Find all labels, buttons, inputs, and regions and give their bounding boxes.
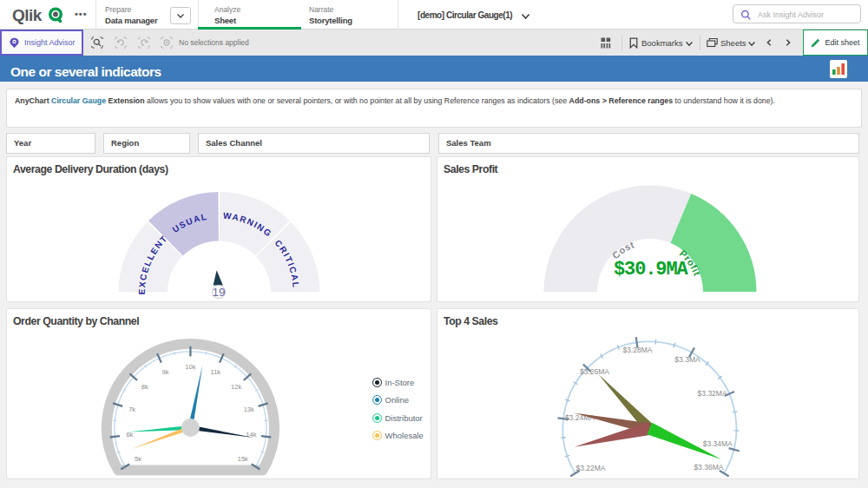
svg-text:12k: 12k bbox=[231, 383, 241, 391]
svg-text:14k: 14k bbox=[246, 431, 256, 439]
svg-text:$3.24MA: $3.24MA bbox=[565, 413, 595, 422]
svg-text:$3.36MA: $3.36MA bbox=[694, 463, 723, 472]
svg-text:13k: 13k bbox=[244, 406, 254, 413]
svg-text:8k: 8k bbox=[141, 383, 148, 391]
svg-text:15k: 15k bbox=[238, 455, 248, 463]
svg-text:$30.9MA: $30.9MA bbox=[614, 259, 689, 280]
svg-text:$3.3MA: $3.3MA bbox=[674, 355, 700, 364]
svg-text:11k: 11k bbox=[211, 368, 221, 376]
svg-text:$3.28MA: $3.28MA bbox=[622, 346, 652, 354]
svg-text:10k: 10k bbox=[185, 363, 195, 371]
svg-text:$3.26MA: $3.26MA bbox=[580, 367, 609, 376]
svg-text:7k: 7k bbox=[128, 406, 135, 413]
svg-text:$3.22MA: $3.22MA bbox=[575, 464, 605, 472]
svg-text:$3.32MA: $3.32MA bbox=[698, 389, 727, 398]
svg-text:$3.34MA: $3.34MA bbox=[703, 439, 733, 448]
svg-text:Qlik: Qlik bbox=[12, 6, 43, 24]
svg-text:9k: 9k bbox=[162, 368, 169, 376]
svg-text:6k: 6k bbox=[126, 431, 133, 439]
svg-text:5k: 5k bbox=[135, 455, 141, 463]
svg-text:19: 19 bbox=[212, 286, 225, 299]
